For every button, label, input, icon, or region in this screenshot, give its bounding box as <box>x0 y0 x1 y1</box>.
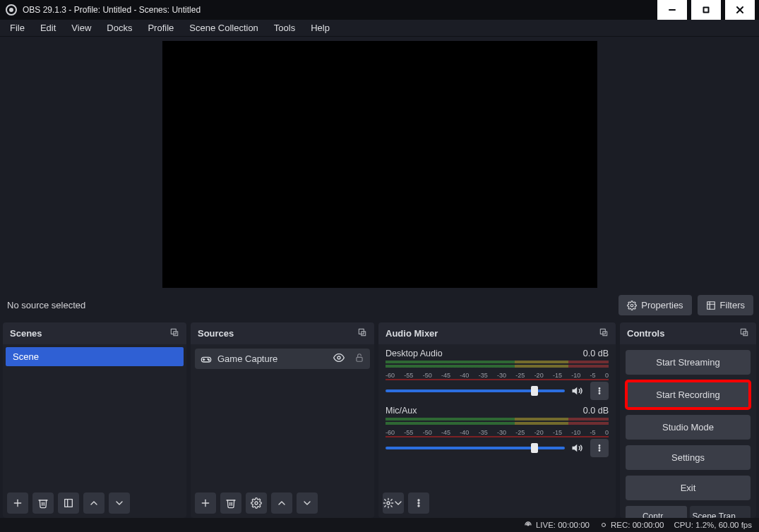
plus-icon <box>12 497 23 509</box>
menu-view[interactable]: View <box>64 20 98 36</box>
kebab-icon <box>594 443 604 453</box>
source-info-bar: No source selected Properties Filters <box>0 288 759 322</box>
menu-docks[interactable]: Docks <box>100 20 139 36</box>
trash-icon <box>225 497 237 509</box>
svg-point-38 <box>599 447 600 449</box>
source-label: Game Capture <box>217 353 277 364</box>
lock-icon <box>354 353 364 363</box>
minimize-button[interactable] <box>657 0 687 20</box>
sources-header: Sources <box>191 322 374 344</box>
source-item[interactable]: Game Capture <box>195 349 370 369</box>
channel-menu-button[interactable] <box>590 439 609 457</box>
controls-dock: Controls Start Streaming Start Recording… <box>620 322 756 517</box>
studio-mode-button[interactable]: Studio Mode <box>626 415 751 440</box>
start-streaming-button[interactable]: Start Streaming <box>626 350 751 375</box>
channel-menu-button[interactable] <box>590 382 609 400</box>
chevron-down-icon <box>114 497 125 509</box>
volume-slider[interactable] <box>386 447 565 449</box>
sources-dock: Sources Game Capture <box>191 322 374 517</box>
live-status: LIVE: 00:00:00 <box>523 520 590 530</box>
chevron-down-icon <box>393 497 404 509</box>
svg-point-39 <box>599 450 600 452</box>
maximize-button[interactable] <box>691 0 721 20</box>
svg-point-4 <box>631 304 634 307</box>
exit-button[interactable]: Exit <box>626 476 751 500</box>
scenes-header: Scenes <box>3 322 186 344</box>
svg-point-40 <box>387 502 390 504</box>
gamepad-icon <box>201 353 212 365</box>
svg-marker-36 <box>573 445 578 452</box>
plus-icon <box>200 497 211 509</box>
controls-header: Controls <box>620 322 756 344</box>
svg-rect-5 <box>707 301 715 309</box>
controls-tab[interactable]: Contr... <box>626 506 687 517</box>
channel-db: 0.0 dB <box>583 349 609 358</box>
scene-list-icon <box>63 497 74 509</box>
audio-meter: -60-55-50-45-40-35-30-25-20-15-10-50 <box>386 418 609 435</box>
menu-edit[interactable]: Edit <box>33 20 63 36</box>
mixer-channel: Desktop Audio0.0 dB -60-55-50-45-40-35-3… <box>381 347 613 404</box>
properties-button[interactable]: Properties <box>618 295 691 315</box>
svg-point-47 <box>602 523 605 526</box>
audio-settings-button[interactable] <box>383 492 404 514</box>
mute-button[interactable] <box>570 385 585 397</box>
meter-ticks: -60-55-50-45-40-35-30-25-20-15-10-50 <box>386 372 609 379</box>
svg-rect-14 <box>65 499 73 507</box>
add-scene-button[interactable] <box>7 492 28 514</box>
source-move-down-button[interactable] <box>297 492 318 514</box>
scene-transitions-tab[interactable]: Scene Transit... <box>690 506 751 517</box>
meter-ticks: -60-55-50-45-40-35-30-25-20-15-10-50 <box>386 429 609 436</box>
add-source-button[interactable] <box>195 492 216 514</box>
visibility-toggle[interactable] <box>333 352 345 365</box>
preview-canvas[interactable] <box>162 41 597 288</box>
scene-move-up-button[interactable] <box>83 492 104 514</box>
status-bar: LIVE: 00:00:00 REC: 00:00:00 CPU: 1.2%, … <box>0 518 759 532</box>
settings-button[interactable]: Settings <box>626 445 751 470</box>
mute-button[interactable] <box>570 442 585 454</box>
svg-point-22 <box>208 359 209 360</box>
svg-marker-32 <box>573 387 578 395</box>
rec-status: REC: 00:00:00 <box>599 521 664 529</box>
filters-button[interactable]: Filters <box>698 295 753 315</box>
popout-icon[interactable] <box>357 327 367 339</box>
scene-item[interactable]: Scene <box>6 347 184 366</box>
svg-point-35 <box>599 393 600 394</box>
channel-name: Desktop Audio <box>386 349 443 358</box>
channel-name: Mic/Aux <box>386 406 417 416</box>
popout-icon[interactable] <box>599 327 609 339</box>
record-icon <box>599 521 608 529</box>
volume-slider[interactable] <box>386 389 565 392</box>
remove-source-button[interactable] <box>220 492 241 514</box>
source-move-up-button[interactable] <box>271 492 292 514</box>
title-bar: OBS 29.1.3 - Profile: Untitled - Scenes:… <box>0 0 759 20</box>
cpu-status: CPU: 1.2%, 60.00 fps <box>674 521 752 529</box>
close-button[interactable] <box>725 0 755 20</box>
chevron-up-icon <box>88 497 100 509</box>
menu-scene-collection[interactable]: Scene Collection <box>182 20 265 36</box>
remove-scene-button[interactable] <box>32 492 54 514</box>
popout-icon[interactable] <box>169 327 179 339</box>
menu-help[interactable]: Help <box>304 20 337 36</box>
broadcast-icon <box>523 520 533 530</box>
svg-point-23 <box>337 356 340 359</box>
eye-icon <box>333 352 345 363</box>
preview-area: No source selected Properties Filters <box>0 37 759 322</box>
svg-point-34 <box>599 390 600 392</box>
menu-tools[interactable]: Tools <box>267 20 302 36</box>
popout-icon[interactable] <box>739 327 749 339</box>
source-properties-button[interactable] <box>246 492 267 514</box>
svg-rect-1 <box>704 8 709 13</box>
audio-meter: -60-55-50-45-40-35-30-25-20-15-10-50 <box>386 361 609 377</box>
lock-toggle[interactable] <box>354 353 364 365</box>
menu-profile[interactable]: Profile <box>141 20 181 36</box>
scene-filter-button[interactable] <box>58 492 79 514</box>
scenes-dock: Scenes Scene <box>3 322 186 517</box>
menu-file[interactable]: File <box>3 20 32 36</box>
scene-move-down-button[interactable] <box>109 492 130 514</box>
audio-menu-button[interactable] <box>408 492 429 514</box>
start-recording-button[interactable]: Start Recording <box>626 380 751 409</box>
svg-point-41 <box>418 500 419 501</box>
svg-point-33 <box>599 388 600 389</box>
gear-icon <box>627 301 637 310</box>
svg-rect-24 <box>357 358 362 362</box>
